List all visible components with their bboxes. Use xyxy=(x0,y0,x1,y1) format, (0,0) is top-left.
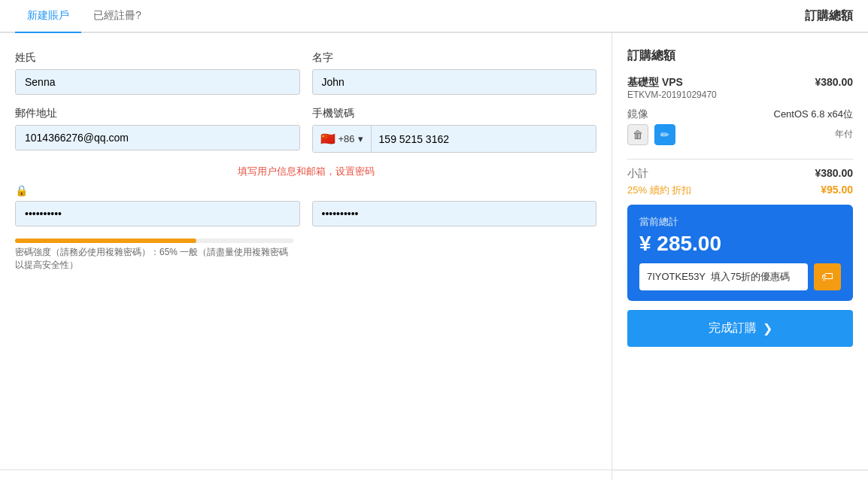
first-name-group: 名字 xyxy=(312,51,597,95)
bottom-left: 請選擇您的首選付款方式。 支 支付宝 ALIPAY xyxy=(0,470,612,480)
current-total-label: 當前總計 xyxy=(639,215,841,229)
phone-country-selector[interactable]: 🇨🇳 +86 ▾ xyxy=(313,126,372,152)
arrow-icon: ❯ xyxy=(763,321,772,336)
confirm-password-group xyxy=(312,201,597,226)
confirm-password-input[interactable] xyxy=(312,201,597,226)
order-title: 訂購總額 xyxy=(627,48,853,64)
first-name-input[interactable] xyxy=(312,69,597,95)
complete-order-button[interactable]: 完成訂購 ❯ xyxy=(627,310,853,347)
coupon-row: 🏷 xyxy=(639,263,841,290)
contact-row: 郵件地址 手機號碼 🇨🇳 +86 ▾ xyxy=(15,107,596,153)
agreement-row: 勾选同意协议 ✔ 我已經閱讀並同意該服務條款 服務條款 xyxy=(612,470,868,480)
lock-row: 🔒 xyxy=(15,184,596,196)
order-sidebar: 訂購總額 基礎型 VPS ETKVM-20191029470 ¥380.00 鏡… xyxy=(612,33,868,469)
password-input[interactable] xyxy=(15,201,300,226)
billing-type: 年付 xyxy=(835,128,853,141)
phone-label: 手機號碼 xyxy=(312,107,597,120)
name-row: 姓氏 名字 xyxy=(15,51,596,95)
payment-section: 請選擇您的首選付款方式。 支 支付宝 ALIPAY xyxy=(0,470,612,480)
product-info: 基礎型 VPS ETKVM-20191029470 xyxy=(627,76,717,100)
phone-number-input[interactable] xyxy=(372,126,596,152)
email-group: 郵件地址 xyxy=(15,107,300,153)
bottom-right: 勾选同意协议 ✔ 我已經閱讀並同意該服務條款 服務條款 xyxy=(612,470,868,480)
header: 新建賬戶 已經註冊? 訂購總額 xyxy=(0,0,868,33)
password-strength-bar xyxy=(15,238,293,243)
total-box: 當前總計 ¥ 285.00 🏷 xyxy=(627,205,853,301)
bottom-bar: 請選擇您的首選付款方式。 支 支付宝 ALIPAY 勾选同意协议 ✔ 我已經閱讀… xyxy=(0,469,868,480)
password-strength-fill xyxy=(15,238,196,243)
password-row xyxy=(15,201,596,226)
product-name: 基礎型 VPS xyxy=(627,76,717,90)
complete-btn-label: 完成訂購 xyxy=(709,321,757,336)
subtotal-row: 小計 ¥380.00 xyxy=(627,167,853,181)
form-hint: 填写用户信息和邮箱，设置密码 xyxy=(15,165,596,178)
lock-icon: 🔒 xyxy=(15,184,28,196)
product-id: ETKVM-20191029470 xyxy=(627,90,717,100)
discount-value: ¥95.00 xyxy=(821,184,853,197)
phone-group: 手機號碼 🇨🇳 +86 ▾ xyxy=(312,107,597,153)
phone-country-code: +86 xyxy=(338,133,355,144)
edit-icon[interactable]: ✏ xyxy=(654,124,675,145)
email-label: 郵件地址 xyxy=(15,107,300,120)
divider-1 xyxy=(627,159,853,159)
discount-row: 25% 續約 折扣 ¥95.00 xyxy=(627,184,853,197)
password-group xyxy=(15,201,300,226)
tab-new-account[interactable]: 新建賬戶 xyxy=(15,0,81,33)
first-name-label: 名字 xyxy=(312,51,597,65)
header-order-summary: 訂購總額 xyxy=(805,8,853,24)
main-layout: 姓氏 名字 郵件地址 手機號碼 🇨🇳 +86 ▾ xyxy=(0,33,868,469)
product-price: ¥380.00 xyxy=(815,76,853,100)
form-area: 姓氏 名字 郵件地址 手機號碼 🇨🇳 +86 ▾ xyxy=(0,33,612,469)
product-row: 基礎型 VPS ETKVM-20191029470 ¥380.00 xyxy=(627,76,853,100)
delete-icon[interactable]: 🗑 xyxy=(627,124,648,145)
dropdown-icon: ▾ xyxy=(358,133,363,144)
action-icons: 🗑 ✏ xyxy=(627,124,675,145)
china-flag-icon: 🇨🇳 xyxy=(320,132,335,146)
last-name-label: 姓氏 xyxy=(15,51,300,65)
subtotal-label: 小計 xyxy=(627,167,648,181)
coupon-input[interactable] xyxy=(639,263,808,290)
last-name-group: 姓氏 xyxy=(15,51,300,95)
phone-input-group: 🇨🇳 +86 ▾ xyxy=(312,125,597,153)
mirror-value: CentOS 6.8 x64位 xyxy=(774,108,854,121)
tag-icon: 🏷 xyxy=(821,270,833,284)
subtotal-value: ¥380.00 xyxy=(815,167,853,181)
coupon-apply-button[interactable]: 🏷 xyxy=(814,263,841,290)
email-input[interactable] xyxy=(15,125,300,150)
mirror-row: 鏡像 CentOS 6.8 x64位 xyxy=(627,108,853,121)
last-name-input[interactable] xyxy=(15,69,300,95)
strength-text: 密碼強度（請務必使用複雜密碼）：65% 一般（請盡量使用複雜密碼以提高安全性） xyxy=(15,246,293,272)
mirror-label: 鏡像 xyxy=(627,108,648,121)
current-total-amount: ¥ 285.00 xyxy=(639,232,841,256)
discount-label: 25% 續約 折扣 xyxy=(627,184,691,197)
tab-login[interactable]: 已經註冊? xyxy=(81,0,153,32)
